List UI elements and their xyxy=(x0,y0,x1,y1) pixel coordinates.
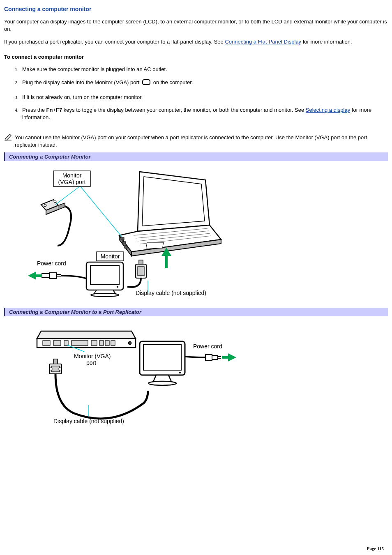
step-4-mid: keys to toggle the display between your … xyxy=(62,107,306,113)
svg-rect-48 xyxy=(143,345,181,370)
svg-point-11 xyxy=(44,204,46,207)
svg-point-20 xyxy=(91,293,119,297)
step-3: If it is not already on, turn on the com… xyxy=(20,94,388,107)
para2-pre: If you purchased a port replicator, you … xyxy=(4,39,225,45)
note-icon xyxy=(4,133,13,143)
svg-rect-24 xyxy=(139,260,143,264)
svg-rect-6 xyxy=(121,237,124,240)
svg-point-44 xyxy=(50,368,52,370)
svg-rect-52 xyxy=(212,355,218,359)
fig1-label-vga-line1: Monitor xyxy=(62,172,82,179)
svg-rect-19 xyxy=(90,265,119,284)
vga-port-icon xyxy=(142,78,151,88)
svg-point-12 xyxy=(54,200,56,203)
svg-rect-51 xyxy=(205,355,212,360)
svg-rect-46 xyxy=(53,359,58,364)
subheading-to-connect: To connect a computer monitor xyxy=(4,54,388,60)
svg-rect-39 xyxy=(111,341,115,345)
svg-rect-35 xyxy=(71,341,88,345)
svg-marker-29 xyxy=(28,272,36,280)
fig1-label-powercord: Power cord xyxy=(37,260,66,267)
step-4: Press the Fn+F7 keys to toggle the displ… xyxy=(20,106,388,127)
intro-para-1: Your computer can display images to the … xyxy=(4,18,388,32)
link-selecting-display[interactable]: Selecting a display xyxy=(306,107,350,113)
page-title: Connecting a computer monitor xyxy=(4,6,388,12)
fig2-label-cable: Display cable (not supplied) xyxy=(53,418,124,424)
svg-rect-33 xyxy=(53,341,61,345)
steps-list: Make sure the computer monitor is plugge… xyxy=(20,66,388,127)
svg-rect-28 xyxy=(42,274,49,278)
svg-line-14 xyxy=(55,186,80,205)
figure-1: Monitor (VGA) port Monitor Power cord xyxy=(4,164,388,300)
svg-rect-0 xyxy=(143,80,150,85)
fig1-label-vga-line2: (VGA) port xyxy=(58,179,86,185)
step-2-post: on the computer. xyxy=(152,79,193,85)
fig1-label-monitor: Monitor xyxy=(101,253,120,260)
svg-rect-7 xyxy=(122,242,126,244)
svg-rect-34 xyxy=(64,341,68,345)
svg-point-50 xyxy=(148,381,176,385)
fig2-label-vga-line1: Monitor (VGA) xyxy=(74,353,111,359)
svg-line-13 xyxy=(80,186,122,237)
svg-rect-37 xyxy=(99,341,104,345)
fig2-label-powercord: Power cord xyxy=(193,343,222,350)
fig1-label-cable: Display cable (not supplied) xyxy=(136,290,206,296)
step-1: Make sure the computer monitor is plugge… xyxy=(20,66,388,79)
svg-rect-25 xyxy=(49,273,57,279)
svg-marker-56 xyxy=(228,353,236,362)
note-text: You cannot use the Monitor (VGA) port on… xyxy=(15,134,388,148)
para2-post: for more information. xyxy=(301,39,352,45)
figure-2: Monitor (VGA) port Power cord xyxy=(4,319,388,427)
fig2-label-vga-line2: port xyxy=(86,359,96,366)
intro-para-2: If you purchased a port replicator, you … xyxy=(4,38,388,46)
svg-rect-38 xyxy=(105,341,109,345)
figure-caption-1: Connecting a Computer Monitor xyxy=(4,152,388,161)
svg-point-45 xyxy=(59,368,61,370)
key-fn: Fn xyxy=(46,107,53,113)
svg-rect-32 xyxy=(43,341,50,345)
svg-point-49 xyxy=(179,372,181,373)
svg-point-21 xyxy=(117,286,118,288)
svg-rect-23 xyxy=(138,267,144,276)
svg-rect-43 xyxy=(51,366,60,372)
step-2-pre: Plug the display cable into the Monitor … xyxy=(22,79,141,85)
link-flat-panel-display[interactable]: Connecting a Flat-Panel Display xyxy=(225,39,301,45)
step-4-pre: Press the xyxy=(22,107,46,113)
svg-rect-36 xyxy=(91,341,97,345)
svg-point-40 xyxy=(128,341,131,345)
svg-rect-5 xyxy=(146,242,163,248)
key-plus: + xyxy=(53,107,56,113)
note: You cannot use the Monitor (VGA) port on… xyxy=(4,134,388,148)
svg-rect-8 xyxy=(124,246,127,248)
step-2: Plug the display cable into the Monitor … xyxy=(20,78,388,94)
key-f7: F7 xyxy=(56,107,62,113)
figure-caption-2: Connecting a Computer Monitor to a Port … xyxy=(4,308,388,316)
